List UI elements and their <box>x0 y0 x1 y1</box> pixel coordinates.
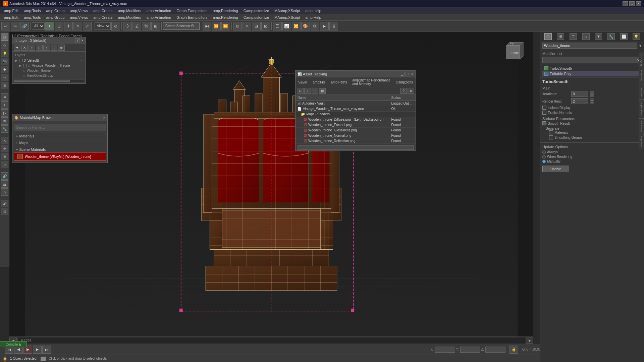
menu-create-1[interactable]: amp;Create <box>91 8 115 13</box>
x-coord-input[interactable] <box>435 347 455 353</box>
turbosmooth-checkbox[interactable] <box>544 66 548 70</box>
asset-menu-file[interactable]: amp;File <box>311 80 327 84</box>
render-frame-btn[interactable]: 🖥 <box>329 22 338 31</box>
freedm-side-tab[interactable]: Freedom <box>639 68 644 83</box>
asset-menu-paths[interactable]: amp;Paths <box>330 80 348 84</box>
table-row[interactable]: 🏛Autodesk Vault Logged Out ... <box>296 101 416 106</box>
snap-btn[interactable]: 3 <box>123 22 132 31</box>
scale-btn[interactable]: ⤢ <box>83 22 92 31</box>
close-btn[interactable]: ✕ <box>636 1 641 6</box>
maps-section-title[interactable]: + Maps <box>14 140 106 146</box>
table-row[interactable]: 🖼Wooden_throne_Glossiness.png Found <box>296 128 416 133</box>
ribbon-btn[interactable]: ⊡ <box>1 208 8 215</box>
menu-rendering-2[interactable]: amp;Rendering <box>210 15 240 20</box>
menu-tools-2[interactable]: amp;Tools <box>21 15 43 20</box>
menu-group-2[interactable]: amp;Group <box>44 15 67 20</box>
timeline-track[interactable]: 0 / 225 <box>17 338 525 343</box>
layer-up-btn[interactable]: ↑ <box>43 45 50 51</box>
mirror-btn[interactable]: ⧉ <box>233 22 242 31</box>
layer-dialog-help[interactable]: ? <box>75 38 80 43</box>
rotate-obj-btn[interactable]: ↻ <box>1 153 8 160</box>
layer-scroll-thumb[interactable] <box>14 80 70 82</box>
move-obj-btn[interactable]: ✛ <box>1 145 8 152</box>
table-row[interactable]: 🖼Wooden_throne_Reflection.png Found <box>296 138 416 144</box>
hierarchy-panel-btn[interactable]: ⊤ <box>570 33 577 40</box>
layer-vintage[interactable]: ▶ ⬡ Vintage_Wooden_Throne <box>14 63 84 68</box>
wooden-throne-material[interactable]: Wooden_throne (VRayMtl) [Wooden_throne] <box>14 153 106 161</box>
explicit-normals-checkbox[interactable] <box>542 111 546 115</box>
object-name-input[interactable] <box>542 43 637 49</box>
update-btn[interactable]: Update <box>542 166 569 172</box>
table-row[interactable]: 🖼Wooden_throne_Normal.png Found <box>296 133 416 138</box>
create-geo-btn[interactable]: ⬡ <box>1 34 8 41</box>
menu-customize-1[interactable]: Camp;ustomize <box>241 8 272 13</box>
object-paint-side-tab[interactable]: Object Paint <box>639 100 644 119</box>
asset-maximize-btn[interactable]: □ <box>406 72 410 76</box>
render-iters-up[interactable]: ▲ <box>590 99 594 101</box>
paint-btn[interactable]: 🖌 <box>1 200 8 207</box>
menu-tools-1[interactable]: amp;Tools <box>21 8 43 13</box>
angle-snap-btn[interactable]: ∠ <box>132 22 141 31</box>
when-rendering-radio[interactable] <box>542 155 546 159</box>
material-browser-header[interactable]: 🎨 Material/Map Browser × <box>12 114 107 121</box>
iterations-input[interactable] <box>571 91 588 97</box>
undo-btn[interactable]: ↩ <box>1 22 10 31</box>
view-dropdown[interactable]: View <box>95 22 111 30</box>
asset-grid-view-btn[interactable]: ⊞ <box>319 88 326 94</box>
schematic-btn[interactable]: 🔀 <box>292 22 301 31</box>
layer-delete-btn[interactable]: ✕ <box>21 45 28 51</box>
create-lights-btn[interactable]: 💡 <box>1 50 8 57</box>
anim-btn-1[interactable]: ⏮ <box>203 22 211 31</box>
turbosmooth-modifier[interactable]: TurboSmooth <box>542 66 642 71</box>
quick-render-btn[interactable]: ▶ <box>320 22 329 31</box>
bind-space-warp-btn[interactable]: 〽 <box>1 188 8 196</box>
modify-btn[interactable]: ≣ <box>1 93 8 101</box>
always-radio[interactable] <box>542 150 546 154</box>
menu-views-1[interactable]: amp;Views <box>67 8 91 13</box>
create-spacewarps-btn[interactable]: 〜 <box>1 74 8 81</box>
modifier-dropdown[interactable] <box>542 57 642 63</box>
menu-help-1[interactable]: amp;Help <box>303 8 324 13</box>
material-editor-btn[interactable]: 🎨 <box>301 22 310 31</box>
layer-dialog-close[interactable]: × <box>81 38 84 43</box>
render-iters-down[interactable]: ▼ <box>590 102 594 104</box>
asset-check-out-btn[interactable]: ↑ <box>312 88 318 94</box>
move-btn[interactable]: ✛ <box>64 22 73 31</box>
create-helpers-btn[interactable]: ✚ <box>1 66 8 73</box>
percent-snap-btn[interactable]: % <box>142 22 151 31</box>
create-selection-btn[interactable]: Create Selection St... <box>163 22 200 30</box>
layer-default-checkbox[interactable] <box>19 59 22 62</box>
materials-checkbox[interactable] <box>549 130 553 134</box>
menu-maxscript-1[interactable]: MAamp;XScript <box>272 8 303 13</box>
select-btn[interactable]: ✦ <box>45 22 54 31</box>
selection-side-tab[interactable]: Selection <box>639 119 644 134</box>
asset-tracking-header[interactable]: 📊 Asset Tracking _ □ × <box>296 71 416 77</box>
minimize-btn[interactable]: _ <box>623 1 628 6</box>
timeline-next-btn[interactable]: ▶ <box>526 338 533 344</box>
redo-btn[interactable]: ↪ <box>11 22 19 31</box>
menu-graph-2[interactable]: Graph Eamp;ditors <box>174 15 210 20</box>
layer-hero-object[interactable]: ◇ HeroObjectGroup <box>14 73 84 78</box>
object-name-arrow[interactable]: ▼ <box>639 44 642 48</box>
light-panel-btn[interactable]: 💡 <box>633 33 640 40</box>
layer-down-btn[interactable]: ↓ <box>51 45 57 51</box>
display-btn[interactable]: 👁 <box>1 117 8 125</box>
hierarchy-btn[interactable]: ⊤ <box>1 101 8 109</box>
layer-scrollbar[interactable] <box>14 79 84 82</box>
menu-create-2[interactable]: amp;Create <box>91 15 115 20</box>
motion-btn[interactable]: ▷ <box>1 109 8 117</box>
menu-rendering-1[interactable]: amp;Rendering <box>210 8 240 13</box>
table-row[interactable]: 📄Vintage_Wooden_Throne_max_vray.max Ok <box>296 106 416 112</box>
asset-menu-bitmap[interactable]: amp;Bitmap Performance and Memory <box>351 78 391 86</box>
spinner-snap-btn[interactable]: ⊞ <box>151 22 160 31</box>
create-shapes-btn[interactable]: ◇ <box>1 42 8 49</box>
scale-obj-btn[interactable]: ⤢ <box>1 161 8 168</box>
display-panel-btn[interactable]: 👁 <box>595 33 602 40</box>
maximize-btn[interactable]: □ <box>629 1 635 6</box>
render-panel-btn[interactable]: ⬜ <box>620 33 628 40</box>
menu-group-1[interactable]: amp;Group <box>44 8 67 13</box>
material-search-input[interactable] <box>14 124 106 131</box>
asset-menu-ver[interactable]: S&ver <box>297 80 309 84</box>
select-link-btn[interactable]: 🔗 <box>20 22 29 31</box>
filter-dropdown[interactable]: All <box>32 22 45 30</box>
